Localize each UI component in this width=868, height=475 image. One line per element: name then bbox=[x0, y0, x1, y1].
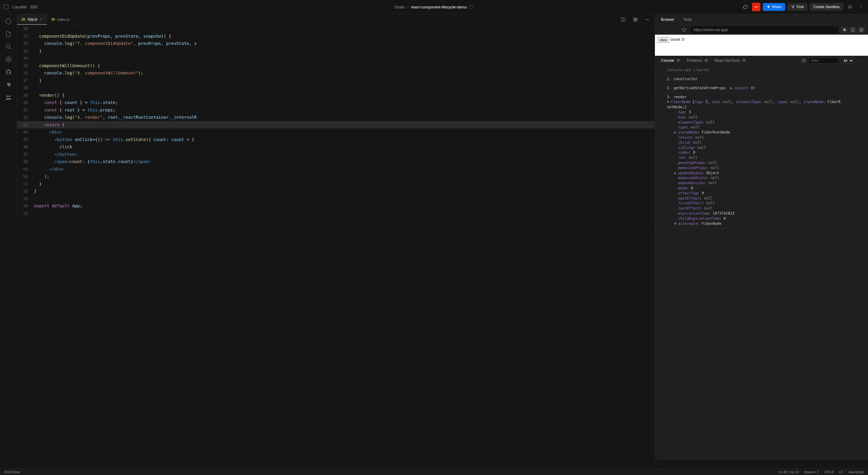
split-icon[interactable] bbox=[619, 15, 627, 24]
object-property[interactable]: mode: 8 bbox=[667, 186, 864, 191]
reload-icon[interactable] bbox=[741, 3, 749, 11]
object-property[interactable]: child: null bbox=[667, 140, 864, 145]
breadcrumb-separator: / bbox=[407, 5, 409, 9]
log-text: 2. getDerivedStateFromProps bbox=[667, 86, 726, 90]
close-icon[interactable]: × bbox=[40, 17, 42, 22]
commit-hash[interactable]: 01fa7d1ae bbox=[4, 470, 20, 474]
back-icon[interactable] bbox=[658, 26, 666, 34]
devtools-label: React DevTools bbox=[715, 59, 740, 63]
tab-index-js[interactable]: JS index.js bbox=[47, 14, 74, 25]
settings-icon[interactable] bbox=[5, 56, 12, 63]
object-property[interactable]: memoizedProps: null bbox=[667, 165, 864, 170]
expand-icon[interactable]: ▶ bbox=[730, 86, 734, 91]
svg-point-6 bbox=[861, 7, 861, 7]
url-input[interactable] bbox=[690, 26, 838, 33]
breadcrumb-drafts[interactable]: Drafts bbox=[395, 5, 405, 9]
object-property[interactable]: sibling: null bbox=[667, 145, 864, 150]
indent-info[interactable]: Spaces: 2 bbox=[804, 470, 819, 474]
search-icon[interactable] bbox=[5, 43, 12, 50]
tab-console[interactable]: Console 0 bbox=[661, 59, 681, 63]
object-property[interactable]: effectTag: 0 bbox=[667, 191, 864, 196]
console-tabs: Console 0 Problems 0 React DevTools 0 Al… bbox=[655, 56, 868, 65]
fork-button[interactable]: Fork bbox=[787, 3, 807, 11]
console-row: 3. render ▼FiberNode {tag: 3, key: null,… bbox=[655, 93, 868, 228]
cursor-position[interactable]: Ln 43, Col 13 bbox=[779, 470, 798, 474]
object-property[interactable]: lastEffect: null bbox=[667, 206, 864, 211]
object-property[interactable]: type: null bbox=[667, 125, 864, 130]
object-property[interactable]: expirationTime: 1073741823 bbox=[667, 211, 864, 216]
svg-point-17 bbox=[647, 19, 648, 20]
logo-icon[interactable] bbox=[3, 4, 9, 10]
browser-bar bbox=[655, 25, 868, 35]
svg-rect-22 bbox=[860, 29, 862, 31]
forward-icon[interactable] bbox=[669, 26, 677, 34]
tool-icon-3[interactable] bbox=[858, 26, 865, 33]
problems-badge: 0 bbox=[704, 59, 709, 62]
more-icon[interactable] bbox=[857, 3, 865, 11]
svg-point-2 bbox=[792, 6, 792, 6]
browser-preview: click count: 0 bbox=[655, 35, 868, 56]
more-icon[interactable] bbox=[643, 15, 652, 24]
code-editor[interactable]: 30 31 componentDidUpdate(prevProps, prev… bbox=[17, 25, 655, 468]
object-property[interactable]: memoizedState: null bbox=[667, 176, 864, 181]
prompt-icon: › bbox=[658, 462, 659, 466]
svg-rect-1 bbox=[755, 7, 758, 7]
layout-icon[interactable] bbox=[631, 15, 640, 24]
svg-point-3 bbox=[794, 6, 794, 6]
encoding-info[interactable]: UTF-8 bbox=[824, 470, 834, 474]
object-property[interactable]: ▶stateNode: FiberRootNode bbox=[667, 130, 864, 135]
eol-info[interactable]: LF bbox=[839, 470, 843, 474]
svg-rect-0 bbox=[4, 5, 8, 9]
tab-app-js[interactable]: JS App.js × bbox=[17, 14, 47, 25]
preview-tabs: Browser Tests bbox=[655, 14, 868, 25]
create-sandbox-button[interactable]: Create Sandbox bbox=[810, 3, 843, 11]
object-property[interactable]: key: null bbox=[667, 115, 864, 120]
console-input[interactable]: › bbox=[655, 459, 868, 468]
object-property[interactable]: ref: null bbox=[667, 155, 864, 160]
globe-icon[interactable] bbox=[469, 5, 473, 9]
object-property[interactable]: tag: 3 bbox=[667, 110, 864, 115]
tab-problems[interactable]: Problems 0 bbox=[687, 59, 709, 63]
js-icon: JS bbox=[51, 18, 55, 21]
refresh-icon[interactable] bbox=[680, 26, 688, 34]
tool-icon-2[interactable] bbox=[849, 26, 857, 33]
tool-icon-1[interactable] bbox=[841, 26, 848, 33]
filter-select[interactable]: All bbox=[841, 58, 854, 64]
object-property[interactable]: childExpirationTime: 0 bbox=[667, 216, 864, 221]
filter-input[interactable] bbox=[808, 58, 838, 64]
files-icon[interactable] bbox=[5, 30, 12, 38]
clear-console-icon[interactable] bbox=[802, 59, 806, 63]
github-icon[interactable] bbox=[5, 68, 12, 76]
chevron-down-icon[interactable]: ⌄ bbox=[856, 58, 862, 63]
deploy-icon[interactable] bbox=[5, 81, 12, 88]
object-property[interactable]: return: null bbox=[667, 135, 864, 140]
tab-browser[interactable]: Browser bbox=[661, 18, 674, 22]
object-property[interactable]: dependencies: null bbox=[667, 181, 864, 186]
tab-devtools[interactable]: React DevTools 0 bbox=[715, 59, 747, 63]
object-property[interactable]: index: 0 bbox=[667, 150, 864, 155]
username[interactable]: CaryWill bbox=[12, 5, 27, 9]
live-icon[interactable] bbox=[5, 94, 12, 101]
record-button[interactable] bbox=[752, 3, 761, 11]
fork-label: Fork bbox=[797, 5, 804, 9]
share-button[interactable]: Share bbox=[763, 3, 785, 11]
tab-tests[interactable]: Tests bbox=[683, 18, 692, 22]
object-property[interactable]: firstEffect: null bbox=[667, 201, 864, 206]
object-property[interactable]: ▼alternate: FiberNode bbox=[667, 221, 864, 226]
preview-click-button[interactable]: click bbox=[657, 37, 669, 43]
sandbox-icon[interactable] bbox=[5, 18, 12, 25]
console-row: 2. getDerivedStateFromProps ▶{count: 0} bbox=[655, 84, 868, 93]
project-name[interactable]: react-component-lifecycle-demo bbox=[411, 5, 467, 9]
object-property[interactable]: elementType: null bbox=[667, 120, 864, 125]
log-object[interactable]: {count bbox=[734, 86, 747, 90]
svg-rect-15 bbox=[634, 19, 636, 20]
collapse-icon[interactable]: ▼ bbox=[667, 99, 671, 104]
svg-point-9 bbox=[8, 59, 9, 60]
status-bar: 01fa7d1ae Ln 43, Col 13 Spaces: 2 UTF-8 … bbox=[0, 468, 868, 475]
language-info[interactable]: JavaScript bbox=[848, 470, 864, 474]
log-text: 3. render bbox=[667, 95, 864, 100]
object-property[interactable]: nextEffect: null bbox=[667, 196, 864, 201]
bell-icon[interactable] bbox=[846, 3, 854, 11]
object-property[interactable]: pendingProps: null bbox=[667, 160, 864, 165]
object-property[interactable]: ▶updateQueue: Object bbox=[667, 170, 864, 176]
